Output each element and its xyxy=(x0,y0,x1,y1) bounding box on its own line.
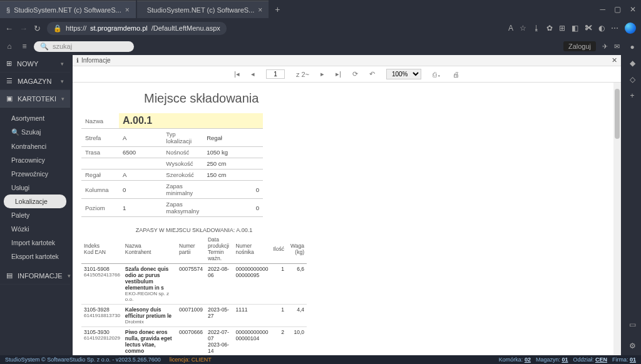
forward-icon[interactable]: → xyxy=(19,24,28,33)
download-icon[interactable]: ⭳ xyxy=(533,24,540,33)
read-icon[interactable]: ◐ xyxy=(598,24,605,33)
status-left: StudioSystem © SoftwareStudio Sp. z o.o.… xyxy=(5,356,161,363)
first-page-icon[interactable]: |◂ xyxy=(234,70,240,78)
star-icon[interactable]: ☆ xyxy=(520,24,526,33)
chevron-down-icon: ▾ xyxy=(61,78,64,84)
chevron-down-icon: ▾ xyxy=(61,96,64,102)
chevron-down-icon: ▾ xyxy=(68,273,71,279)
back-report-icon[interactable]: ↶ xyxy=(369,70,375,78)
sidebar-link-9[interactable]: Import kartotek xyxy=(0,236,70,250)
col-ilosc: Ilość xyxy=(270,235,286,264)
side-settings-icon[interactable]: ▭ xyxy=(629,320,636,329)
sidebar-link-7[interactable]: Palety xyxy=(0,208,70,222)
collections-icon[interactable]: ◧ xyxy=(572,24,578,33)
wallet-icon[interactable]: ✿ xyxy=(546,24,553,33)
side-chat-icon[interactable]: ● xyxy=(630,43,634,51)
sidebar-link-3[interactable]: Pracownicy xyxy=(0,153,70,167)
side-tool-icon[interactable]: ◆ xyxy=(630,59,635,68)
sidebar-section-label: NOWY xyxy=(17,60,38,68)
sidebar-section-magazyn[interactable]: ☰ MAGAZYN ▾ xyxy=(0,73,70,90)
sidebar-link-0[interactable]: Asortyment xyxy=(0,111,70,125)
doc-icon: ▤ xyxy=(6,271,13,280)
refresh-icon[interactable]: ↻ xyxy=(34,24,41,33)
next-page-icon[interactable]: ▸ xyxy=(320,70,324,78)
statusbar: StudioSystem © SoftwareStudio Sp. z o.o.… xyxy=(0,355,641,364)
menu-tree-icon[interactable]: ≡ xyxy=(19,42,30,51)
status-license: licencja: CLIENT xyxy=(170,356,212,363)
minimize-icon[interactable]: ─ xyxy=(600,5,605,14)
refresh-report-icon[interactable]: ⟳ xyxy=(352,70,358,78)
col-nazwa: NazwaKontrahent xyxy=(123,235,177,264)
scrollbar[interactable] xyxy=(613,83,621,355)
panel-close-icon[interactable]: ✕ xyxy=(612,56,617,64)
close-window-icon[interactable]: ✕ xyxy=(630,5,636,14)
edge-sidebar: ● ◆ ◇ + ▭ ⚙ xyxy=(623,38,641,355)
status-item: Firma: 01 xyxy=(612,356,636,363)
report-title: Miejsce składowania xyxy=(144,91,612,106)
side-plus-icon[interactable]: + xyxy=(630,91,634,100)
col-indeks: IndeksKod EAN xyxy=(81,235,123,264)
back-icon[interactable]: ← xyxy=(5,24,13,33)
col-data: Data produkcjiTermin ważn. xyxy=(205,235,233,264)
window-controls: ─ ▢ ✕ xyxy=(600,5,641,14)
sidebar-link-2[interactable]: Kontrahenci xyxy=(0,139,70,153)
mail-icon[interactable]: ✉ xyxy=(614,43,620,51)
print-icon[interactable]: 🖨 xyxy=(453,71,459,78)
table-row: 3105-39286141918813730Kalesony duis effi… xyxy=(81,305,307,327)
report-body: Miejsce składowania NazwaA.00.1 StrefaAT… xyxy=(73,83,621,355)
sidebar-link-6[interactable]: Lokalizacje xyxy=(4,195,66,208)
col-nosnik: Numernośnika xyxy=(233,235,270,264)
sidebar-link-10[interactable]: Eksport kartotek xyxy=(0,250,70,263)
address-input[interactable]: 🔒 https://st.programdemo.pl/DefaultLeftM… xyxy=(47,22,227,35)
sidebar-section-label: INFORMACJE xyxy=(18,272,63,280)
sidebar-link-1[interactable]: 🔍 Szukaj xyxy=(0,125,70,139)
status-item: Komórka: 02 xyxy=(499,356,531,363)
scrollbar-thumb[interactable] xyxy=(615,89,620,139)
page-input[interactable] xyxy=(266,69,285,79)
zoom-select[interactable]: 100% xyxy=(386,69,421,79)
meta-table: NazwaA.00.1 StrefaATyp lokalizacjiRegał … xyxy=(81,113,263,217)
location-name: A.00.1 xyxy=(119,113,263,129)
sidebar-link-8[interactable]: Wózki xyxy=(0,222,70,236)
sidebar-section-nowy[interactable]: ⊞ NOWY ▾ xyxy=(0,55,70,73)
sidebar-link-5[interactable]: Usługi xyxy=(0,181,70,195)
url-host: st.programdemo.pl xyxy=(90,24,148,32)
screenshot-icon[interactable]: ✀ xyxy=(585,24,592,33)
browser-titlebar: § StudioSystem.NET (c) SoftwareS... × St… xyxy=(0,0,641,19)
maximize-icon[interactable]: ▢ xyxy=(614,5,621,14)
browser-tab-0[interactable]: § StudioSystem.NET (c) SoftwareS... × xyxy=(0,1,136,18)
box-icon: ▣ xyxy=(6,94,13,103)
bing-icon[interactable] xyxy=(625,23,636,34)
search-icon: 🔍 xyxy=(40,43,49,51)
sidebar-link-4[interactable]: Przewoźnicy xyxy=(0,167,70,181)
plane-icon[interactable]: ✈ xyxy=(602,43,608,51)
close-icon[interactable]: × xyxy=(258,6,262,14)
sidebar-section-kartoteki[interactable]: ▣ KARTOTEKI ▾ xyxy=(0,90,70,108)
sync-icon[interactable]: A xyxy=(508,24,513,33)
col-waga: Waga (kg) xyxy=(287,235,307,264)
app-toolbar: ⌂ ≡ 🔍 szukaj Zaloguj ✈ ✉ xyxy=(0,38,641,55)
login-button[interactable]: Zaloguj xyxy=(563,41,596,51)
last-page-icon[interactable]: ▸| xyxy=(336,70,341,78)
table-row: 3105-39306141922812029Piwo donec eros nu… xyxy=(81,327,307,356)
browser-addressbar: ← → ↻ 🔒 https://st.programdemo.pl/Defaul… xyxy=(0,19,641,38)
side-more-icon[interactable]: ◇ xyxy=(630,75,635,84)
browser-tab-1[interactable]: StudioSystem.NET (c) SoftwareS... × xyxy=(137,1,269,18)
home-icon[interactable]: ⌂ xyxy=(4,42,15,51)
menu-icon[interactable]: ⋯ xyxy=(611,24,618,33)
url-path: /DefaultLeftMenu.aspx xyxy=(151,24,220,32)
section-title: ZAPASY W MIEJSCU SKŁADOWANIA: A.00.1 xyxy=(81,227,307,233)
prev-page-icon[interactable]: ◂ xyxy=(251,70,255,78)
close-icon[interactable]: × xyxy=(125,6,130,14)
ext-icon[interactable]: ⊞ xyxy=(559,24,565,33)
data-table: IndeksKod EANNazwaKontrahentNumerpartiiD… xyxy=(81,235,307,355)
lock-icon: 🔒 xyxy=(53,24,62,33)
new-tab-button[interactable]: + xyxy=(270,4,285,14)
search-input[interactable]: 🔍 szukaj xyxy=(34,41,134,52)
plus-icon: ⊞ xyxy=(6,59,12,68)
panel-title: Informacje xyxy=(81,57,111,64)
sidebar-section-informacje[interactable]: ▤ INFORMACJE ▾ xyxy=(0,267,70,285)
search-placeholder: szukaj xyxy=(53,43,72,50)
export-icon[interactable]: ⎙▾ xyxy=(433,71,441,78)
side-gear-icon[interactable]: ⚙ xyxy=(629,341,636,350)
